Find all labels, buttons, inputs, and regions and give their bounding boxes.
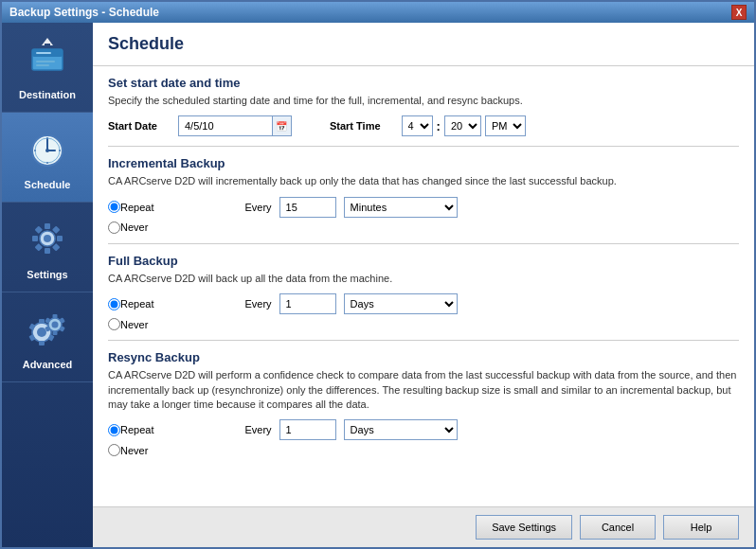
date-time-row: Start Date 📅 Start Time 4 : xyxy=(108,115,739,136)
incremental-section: Incremental Backup CA ARCserve D2D will … xyxy=(108,147,739,243)
full-every-input[interactable] xyxy=(279,293,336,314)
resync-desc: CA ARCserve D2D will perform a confidenc… xyxy=(108,368,739,412)
resync-repeat-radio[interactable] xyxy=(108,424,120,436)
resync-options: Repeat Every Days Hours Weeks Months xyxy=(108,419,739,456)
start-date-label: Start Date xyxy=(108,120,157,132)
start-date-heading: Set start date and time xyxy=(108,76,739,90)
svg-point-34 xyxy=(52,322,59,328)
start-time-label: Start Time xyxy=(330,120,381,132)
svg-rect-20 xyxy=(52,243,60,251)
main-body: Set start date and time Specify the sche… xyxy=(93,66,754,506)
svg-rect-38 xyxy=(53,331,58,335)
full-never-row: Never xyxy=(108,318,739,330)
help-button[interactable]: Help xyxy=(663,515,739,540)
sidebar-schedule-label: Schedule xyxy=(25,179,71,190)
schedule-icon xyxy=(23,124,72,173)
hour-select[interactable]: 4 xyxy=(402,115,433,136)
full-options: Repeat Every Days Hours Weeks Months xyxy=(108,293,739,330)
sidebar-item-schedule[interactable]: Schedule xyxy=(2,113,93,203)
start-date-section: Set start date and time Specify the sche… xyxy=(108,66,739,147)
svg-marker-5 xyxy=(42,38,53,45)
footer: Save Settings Cancel Help xyxy=(93,506,754,547)
ampm-select[interactable]: PM AM xyxy=(485,115,526,136)
resync-repeat-label: Repeat xyxy=(120,424,153,435)
svg-rect-2 xyxy=(36,52,51,54)
resync-never-label: Never xyxy=(120,445,148,456)
full-repeat-radio[interactable] xyxy=(108,298,120,310)
svg-rect-24 xyxy=(35,226,43,234)
main-panel: Schedule Set start date and time Specify… xyxy=(93,23,754,547)
svg-rect-23 xyxy=(32,236,38,241)
sidebar-settings-label: Settings xyxy=(27,269,67,280)
full-backup-section: Full Backup CA ARCserve D2D will back up… xyxy=(108,244,739,341)
main-window: Backup Settings - Schedule X xyxy=(0,0,756,549)
sidebar-advanced-label: Advanced xyxy=(23,359,73,370)
svg-rect-17 xyxy=(45,223,50,229)
incremental-heading: Incremental Backup xyxy=(108,156,739,170)
sidebar-item-destination[interactable]: Destination xyxy=(2,23,93,113)
full-never-label: Never xyxy=(120,319,148,330)
incremental-every-input[interactable] xyxy=(279,197,336,218)
full-never-radio[interactable] xyxy=(108,318,120,330)
destination-icon xyxy=(23,34,72,83)
svg-rect-19 xyxy=(57,236,63,241)
page-title: Schedule xyxy=(108,34,739,54)
settings-icon xyxy=(23,214,72,263)
time-colon: : xyxy=(437,119,441,133)
resync-unit-select[interactable]: Days Hours Weeks Months xyxy=(344,419,458,440)
svg-rect-21 xyxy=(45,248,50,254)
main-header: Schedule xyxy=(93,23,754,66)
svg-rect-18 xyxy=(52,226,60,234)
full-every-label: Every xyxy=(244,298,271,310)
svg-point-16 xyxy=(44,235,51,242)
svg-point-10 xyxy=(45,149,49,152)
advanced-icon xyxy=(23,304,72,353)
resync-section: Resync Backup CA ARCserve D2D will perfo… xyxy=(108,341,739,466)
resync-heading: Resync Backup xyxy=(108,350,739,364)
sidebar: Destination xyxy=(2,23,93,547)
incremental-options: Repeat Every Minutes Hours Days Never xyxy=(108,197,739,234)
full-heading: Full Backup xyxy=(108,254,739,268)
svg-rect-27 xyxy=(39,319,45,324)
content-area: Destination xyxy=(2,23,754,547)
resync-never-radio[interactable] xyxy=(108,444,120,456)
resync-every-label: Every xyxy=(244,424,271,435)
incremental-repeat-radio[interactable] xyxy=(108,201,120,213)
start-date-desc: Specify the scheduled starting date and … xyxy=(108,94,739,108)
svg-rect-35 xyxy=(53,314,58,318)
date-input-group: 📅 xyxy=(178,115,292,136)
resync-every-input[interactable] xyxy=(279,419,336,440)
incremental-repeat-label: Repeat xyxy=(120,202,153,213)
sidebar-item-advanced[interactable]: Advanced xyxy=(2,292,93,382)
title-bar: Backup Settings - Schedule X xyxy=(2,2,754,23)
incremental-every-label: Every xyxy=(244,202,271,213)
incremental-repeat-row: Repeat Every Minutes Hours Days xyxy=(108,197,739,218)
svg-rect-3 xyxy=(36,61,55,62)
incremental-never-row: Never xyxy=(108,221,739,234)
cancel-button[interactable]: Cancel xyxy=(580,515,656,540)
close-button[interactable]: X xyxy=(731,5,747,20)
svg-rect-4 xyxy=(36,64,49,66)
full-unit-select[interactable]: Days Hours Weeks Months xyxy=(344,293,458,314)
start-date-input[interactable] xyxy=(178,115,273,136)
incremental-desc: CA ARCserve D2D will incrementally back … xyxy=(108,174,739,188)
svg-rect-30 xyxy=(39,341,45,345)
incremental-unit-select[interactable]: Minutes Hours Days xyxy=(344,197,458,218)
full-repeat-row: Repeat Every Days Hours Weeks Months xyxy=(108,293,739,314)
svg-rect-22 xyxy=(35,243,43,251)
full-repeat-label: Repeat xyxy=(120,298,153,310)
incremental-never-radio[interactable] xyxy=(108,221,120,234)
incremental-never-label: Never xyxy=(120,221,148,233)
sidebar-item-settings[interactable]: Settings xyxy=(2,203,93,292)
resync-repeat-row: Repeat Every Days Hours Weeks Months xyxy=(108,419,739,440)
svg-point-26 xyxy=(37,328,46,337)
minute-select[interactable]: 20 xyxy=(444,115,481,136)
sidebar-destination-label: Destination xyxy=(19,89,76,100)
window-title: Backup Settings - Schedule xyxy=(9,6,159,19)
save-settings-button[interactable]: Save Settings xyxy=(476,515,572,540)
full-desc: CA ARCserve D2D will back up all the dat… xyxy=(108,272,739,286)
resync-never-row: Never xyxy=(108,444,739,456)
time-row: 4 : 20 PM AM xyxy=(402,115,526,136)
calendar-button[interactable]: 📅 xyxy=(273,115,292,136)
